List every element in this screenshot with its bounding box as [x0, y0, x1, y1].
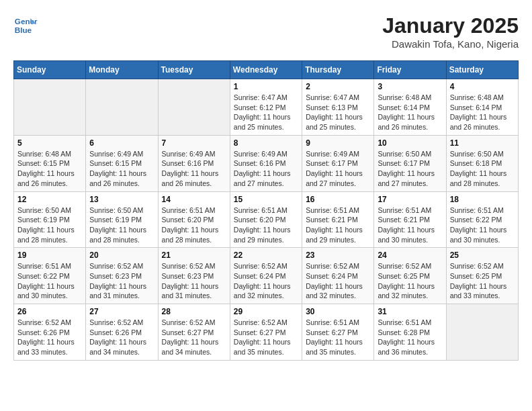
day-number: 14: [162, 195, 226, 204]
day-number: 1: [234, 82, 298, 91]
day-number: 24: [378, 250, 442, 260]
calendar-table: SundayMondayTuesdayWednesdayThursdayFrid…: [13, 60, 519, 361]
day-cell: 26Sunrise: 6:52 AM Sunset: 6:26 PM Dayli…: [14, 304, 86, 361]
day-cell: 12Sunrise: 6:50 AM Sunset: 6:19 PM Dayli…: [14, 191, 86, 248]
day-cell: 7Sunrise: 6:49 AM Sunset: 6:16 PM Daylig…: [158, 135, 230, 191]
day-cell: 3Sunrise: 6:48 AM Sunset: 6:14 PM Daylig…: [374, 79, 446, 136]
day-number: 22: [234, 250, 298, 260]
day-info: Sunrise: 6:52 AM Sunset: 6:25 PM Dayligh…: [378, 261, 442, 301]
day-cell: [446, 304, 518, 361]
day-cell: 30Sunrise: 6:51 AM Sunset: 6:27 PM Dayli…: [302, 304, 374, 361]
day-cell: 29Sunrise: 6:52 AM Sunset: 6:27 PM Dayli…: [230, 304, 302, 361]
day-info: Sunrise: 6:49 AM Sunset: 6:17 PM Dayligh…: [306, 149, 370, 189]
day-info: Sunrise: 6:51 AM Sunset: 6:27 PM Dayligh…: [306, 318, 370, 357]
title-block: January 2025 Dawakin Tofa, Kano, Nigeria: [382, 13, 519, 50]
day-info: Sunrise: 6:51 AM Sunset: 6:22 PM Dayligh…: [450, 205, 515, 245]
day-number: 28: [162, 307, 226, 316]
day-number: 16: [306, 195, 370, 204]
day-cell: 8Sunrise: 6:49 AM Sunset: 6:16 PM Daylig…: [230, 135, 302, 191]
day-info: Sunrise: 6:52 AM Sunset: 6:24 PM Dayligh…: [234, 261, 298, 301]
day-number: 6: [89, 138, 154, 148]
day-cell: 15Sunrise: 6:51 AM Sunset: 6:20 PM Dayli…: [230, 191, 302, 248]
logo: General Blue: [13, 13, 38, 38]
day-cell: 10Sunrise: 6:50 AM Sunset: 6:17 PM Dayli…: [374, 135, 446, 191]
day-info: Sunrise: 6:49 AM Sunset: 6:16 PM Dayligh…: [234, 149, 298, 189]
day-info: Sunrise: 6:51 AM Sunset: 6:21 PM Dayligh…: [306, 205, 370, 245]
day-cell: 4Sunrise: 6:48 AM Sunset: 6:14 PM Daylig…: [446, 79, 518, 136]
week-row-1: 1Sunrise: 6:47 AM Sunset: 6:12 PM Daylig…: [14, 79, 519, 136]
day-number: 23: [306, 250, 370, 260]
subtitle: Dawakin Tofa, Kano, Nigeria: [382, 38, 519, 50]
day-number: 13: [89, 195, 154, 204]
day-info: Sunrise: 6:52 AM Sunset: 6:26 PM Dayligh…: [89, 318, 154, 357]
weekday-header-sunday: Sunday: [14, 61, 86, 79]
day-info: Sunrise: 6:52 AM Sunset: 6:27 PM Dayligh…: [234, 318, 298, 357]
svg-text:Blue: Blue: [15, 26, 32, 34]
day-number: 2: [306, 82, 370, 91]
day-info: Sunrise: 6:47 AM Sunset: 6:13 PM Dayligh…: [306, 93, 370, 132]
day-number: 4: [450, 82, 515, 91]
day-number: 10: [378, 138, 442, 148]
day-cell: 11Sunrise: 6:50 AM Sunset: 6:18 PM Dayli…: [446, 135, 518, 191]
day-info: Sunrise: 6:52 AM Sunset: 6:27 PM Dayligh…: [162, 318, 226, 357]
day-cell: 1Sunrise: 6:47 AM Sunset: 6:12 PM Daylig…: [230, 79, 302, 136]
day-cell: 9Sunrise: 6:49 AM Sunset: 6:17 PM Daylig…: [302, 135, 374, 191]
day-info: Sunrise: 6:52 AM Sunset: 6:25 PM Dayligh…: [450, 261, 515, 301]
day-info: Sunrise: 6:48 AM Sunset: 6:15 PM Dayligh…: [17, 149, 82, 189]
day-number: 29: [234, 307, 298, 316]
day-info: Sunrise: 6:52 AM Sunset: 6:23 PM Dayligh…: [162, 261, 226, 301]
day-number: 3: [378, 82, 442, 91]
day-info: Sunrise: 6:51 AM Sunset: 6:28 PM Dayligh…: [378, 318, 442, 357]
day-cell: 21Sunrise: 6:52 AM Sunset: 6:23 PM Dayli…: [158, 248, 230, 304]
day-cell: 22Sunrise: 6:52 AM Sunset: 6:24 PM Dayli…: [230, 248, 302, 304]
day-cell: 13Sunrise: 6:50 AM Sunset: 6:19 PM Dayli…: [86, 191, 158, 248]
page-header: General Blue January 2025 Dawakin Tofa, …: [13, 13, 519, 50]
day-number: 30: [306, 307, 370, 316]
day-info: Sunrise: 6:49 AM Sunset: 6:16 PM Dayligh…: [162, 149, 226, 189]
day-cell: 23Sunrise: 6:52 AM Sunset: 6:24 PM Dayli…: [302, 248, 374, 304]
weekday-header-row: SundayMondayTuesdayWednesdayThursdayFrid…: [14, 61, 519, 79]
day-cell: 19Sunrise: 6:51 AM Sunset: 6:22 PM Dayli…: [14, 248, 86, 304]
day-number: 18: [450, 195, 515, 204]
day-cell: 25Sunrise: 6:52 AM Sunset: 6:25 PM Dayli…: [446, 248, 518, 304]
weekday-header-monday: Monday: [86, 61, 158, 79]
day-cell: 16Sunrise: 6:51 AM Sunset: 6:21 PM Dayli…: [302, 191, 374, 248]
day-info: Sunrise: 6:51 AM Sunset: 6:21 PM Dayligh…: [378, 205, 442, 245]
day-cell: 31Sunrise: 6:51 AM Sunset: 6:28 PM Dayli…: [374, 304, 446, 361]
day-number: 15: [234, 195, 298, 204]
day-info: Sunrise: 6:47 AM Sunset: 6:12 PM Dayligh…: [234, 93, 298, 132]
day-number: 12: [17, 195, 82, 204]
week-row-5: 26Sunrise: 6:52 AM Sunset: 6:26 PM Dayli…: [14, 304, 519, 361]
day-info: Sunrise: 6:52 AM Sunset: 6:26 PM Dayligh…: [17, 318, 82, 357]
day-cell: 17Sunrise: 6:51 AM Sunset: 6:21 PM Dayli…: [374, 191, 446, 248]
day-number: 25: [450, 250, 515, 260]
day-number: 26: [17, 307, 82, 316]
day-info: Sunrise: 6:50 AM Sunset: 6:18 PM Dayligh…: [450, 149, 515, 189]
day-number: 19: [17, 250, 82, 260]
day-info: Sunrise: 6:50 AM Sunset: 6:19 PM Dayligh…: [17, 205, 82, 245]
day-cell: 18Sunrise: 6:51 AM Sunset: 6:22 PM Dayli…: [446, 191, 518, 248]
day-info: Sunrise: 6:50 AM Sunset: 6:19 PM Dayligh…: [89, 205, 154, 245]
day-cell: 14Sunrise: 6:51 AM Sunset: 6:20 PM Dayli…: [158, 191, 230, 248]
weekday-header-saturday: Saturday: [446, 61, 518, 79]
day-cell: 20Sunrise: 6:52 AM Sunset: 6:23 PM Dayli…: [86, 248, 158, 304]
day-cell: 28Sunrise: 6:52 AM Sunset: 6:27 PM Dayli…: [158, 304, 230, 361]
day-info: Sunrise: 6:52 AM Sunset: 6:23 PM Dayligh…: [89, 261, 154, 301]
day-number: 20: [89, 250, 154, 260]
day-info: Sunrise: 6:50 AM Sunset: 6:17 PM Dayligh…: [378, 149, 442, 189]
day-number: 11: [450, 138, 515, 148]
day-info: Sunrise: 6:51 AM Sunset: 6:20 PM Dayligh…: [162, 205, 226, 245]
day-number: 27: [89, 307, 154, 316]
day-cell: [158, 79, 230, 136]
day-number: 17: [378, 195, 442, 204]
day-info: Sunrise: 6:51 AM Sunset: 6:20 PM Dayligh…: [234, 205, 298, 245]
week-row-2: 5Sunrise: 6:48 AM Sunset: 6:15 PM Daylig…: [14, 135, 519, 191]
svg-text:General: General: [15, 17, 38, 26]
day-cell: [86, 79, 158, 136]
logo-icon: General Blue: [13, 13, 38, 38]
day-cell: 24Sunrise: 6:52 AM Sunset: 6:25 PM Dayli…: [374, 248, 446, 304]
weekday-header-wednesday: Wednesday: [230, 61, 302, 79]
day-info: Sunrise: 6:52 AM Sunset: 6:24 PM Dayligh…: [306, 261, 370, 301]
day-number: 21: [162, 250, 226, 260]
week-row-4: 19Sunrise: 6:51 AM Sunset: 6:22 PM Dayli…: [14, 248, 519, 304]
